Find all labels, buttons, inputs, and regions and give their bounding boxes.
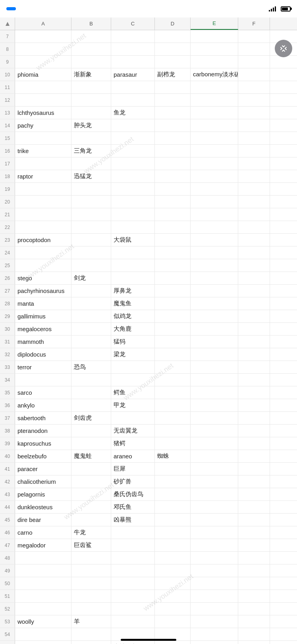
cell-a-40[interactable]: beelzebufo: [15, 450, 71, 462]
table-row[interactable]: 18raptor迅猛龙: [0, 170, 297, 183]
cell-a-29[interactable]: gallimimus: [15, 310, 71, 322]
cell-a-36[interactable]: ankylo: [15, 399, 71, 411]
cell-a-42[interactable]: chalicotherium: [15, 475, 71, 488]
cell-c-21[interactable]: [111, 208, 155, 221]
cell-f-55[interactable]: [238, 641, 270, 644]
cell-c-23[interactable]: 大袋鼠: [111, 234, 155, 246]
cell-b-14[interactable]: 肿头龙: [71, 119, 111, 132]
cell-e-12[interactable]: [191, 94, 238, 106]
cell-c-20[interactable]: [111, 196, 155, 208]
cell-a-37[interactable]: sabertooth: [15, 412, 71, 424]
cell-e-9[interactable]: [191, 56, 238, 68]
cell-b-35[interactable]: [71, 386, 111, 399]
table-row[interactable]: 37sabertooth剑齿虎: [0, 412, 297, 425]
cell-c-51[interactable]: [111, 590, 155, 602]
cell-d-45[interactable]: [155, 514, 191, 526]
cell-f-50[interactable]: [238, 577, 270, 590]
cell-f-53[interactable]: [238, 615, 270, 628]
col-header-e[interactable]: E: [191, 17, 238, 30]
table-row[interactable]: 48: [0, 552, 297, 564]
cell-b-31[interactable]: [71, 336, 111, 348]
cell-d-17[interactable]: [155, 157, 191, 170]
table-row[interactable]: 7: [0, 30, 297, 43]
cell-e-43[interactable]: [191, 488, 238, 500]
table-row[interactable]: 16trike三角龙: [0, 145, 297, 157]
cell-b-21[interactable]: [71, 208, 111, 221]
cell-d-34[interactable]: [155, 374, 191, 386]
cell-f-47[interactable]: [238, 539, 270, 551]
cell-d-35[interactable]: [155, 386, 191, 399]
table-row[interactable]: 22: [0, 221, 297, 234]
cell-d-24[interactable]: [155, 246, 191, 259]
cell-d-33[interactable]: [155, 361, 191, 373]
cell-a-15[interactable]: [15, 132, 71, 144]
cell-b-9[interactable]: [71, 56, 111, 68]
cell-d-36[interactable]: [155, 399, 191, 411]
table-row[interactable]: 27pachyrhinosaurus厚鼻龙: [0, 285, 297, 297]
cell-d-16[interactable]: [155, 145, 191, 157]
cell-f-37[interactable]: [238, 412, 270, 424]
cell-e-31[interactable]: [191, 336, 238, 348]
cell-a-46[interactable]: carno: [15, 526, 71, 539]
cell-f-11[interactable]: [238, 81, 270, 93]
table-row[interactable]: 14pachy肿头龙: [0, 119, 297, 132]
cell-d-15[interactable]: [155, 132, 191, 144]
cell-b-11[interactable]: [71, 81, 111, 93]
cell-c-12[interactable]: [111, 94, 155, 106]
cell-e-10[interactable]: carbonemy淡水碳龟: [191, 68, 238, 81]
cell-a-27[interactable]: pachyrhinosaurus: [15, 285, 71, 297]
table-row[interactable]: 47megalodor巨齿鲨: [0, 539, 297, 552]
cell-e-21[interactable]: [191, 208, 238, 221]
cell-d-21[interactable]: [155, 208, 191, 221]
cell-b-49[interactable]: [71, 564, 111, 577]
cell-a-45[interactable]: dire bear: [15, 514, 71, 526]
cell-e-53[interactable]: [191, 615, 238, 628]
cell-f-14[interactable]: [238, 119, 270, 132]
cell-a-35[interactable]: sarco: [15, 386, 71, 399]
cell-c-46[interactable]: [111, 526, 155, 539]
table-row[interactable]: 35sarco鳄鱼: [0, 386, 297, 399]
cell-c-14[interactable]: [111, 119, 155, 132]
cell-f-33[interactable]: [238, 361, 270, 373]
cell-e-13[interactable]: [191, 107, 238, 119]
cell-c-48[interactable]: [111, 552, 155, 564]
table-row[interactable]: 32diplodocus梁龙: [0, 348, 297, 361]
cell-c-37[interactable]: [111, 412, 155, 424]
cell-c-11[interactable]: [111, 81, 155, 93]
table-row[interactable]: 30megaloceros大角鹿: [0, 323, 297, 336]
cell-d-53[interactable]: [155, 615, 191, 628]
cell-d-30[interactable]: [155, 323, 191, 335]
cell-d-20[interactable]: [155, 196, 191, 208]
cell-a-8[interactable]: [15, 43, 71, 55]
cell-a-41[interactable]: paracer: [15, 463, 71, 475]
cell-f-16[interactable]: [238, 145, 270, 157]
cell-d-26[interactable]: [155, 272, 191, 284]
cell-a-24[interactable]: [15, 246, 71, 259]
cell-b-44[interactable]: [71, 501, 111, 513]
cell-e-14[interactable]: [191, 119, 238, 132]
table-row[interactable]: 34: [0, 374, 297, 386]
cell-f-35[interactable]: [238, 386, 270, 399]
cell-b-28[interactable]: [71, 297, 111, 310]
cell-a-30[interactable]: megaloceros: [15, 323, 71, 335]
table-row[interactable]: 21: [0, 208, 297, 221]
cell-a-49[interactable]: [15, 564, 71, 577]
cell-b-51[interactable]: [71, 590, 111, 602]
cell-b-40[interactable]: 魔鬼蛙: [71, 450, 111, 462]
cell-d-50[interactable]: [155, 577, 191, 590]
cell-b-42[interactable]: [71, 475, 111, 488]
cell-f-43[interactable]: [238, 488, 270, 500]
cell-f-34[interactable]: [238, 374, 270, 386]
cell-c-45[interactable]: 凶暴熊: [111, 514, 155, 526]
cell-b-41[interactable]: [71, 463, 111, 475]
cell-b-30[interactable]: [71, 323, 111, 335]
collapse-button[interactable]: [275, 40, 292, 57]
cell-a-18[interactable]: raptor: [15, 170, 71, 182]
cell-a-14[interactable]: pachy: [15, 119, 71, 132]
cell-b-54[interactable]: [71, 628, 111, 640]
cell-f-54[interactable]: [238, 628, 270, 640]
cell-d-39[interactable]: [155, 437, 191, 450]
cell-a-11[interactable]: [15, 81, 71, 93]
cell-d-29[interactable]: [155, 310, 191, 322]
cell-f-26[interactable]: [238, 272, 270, 284]
